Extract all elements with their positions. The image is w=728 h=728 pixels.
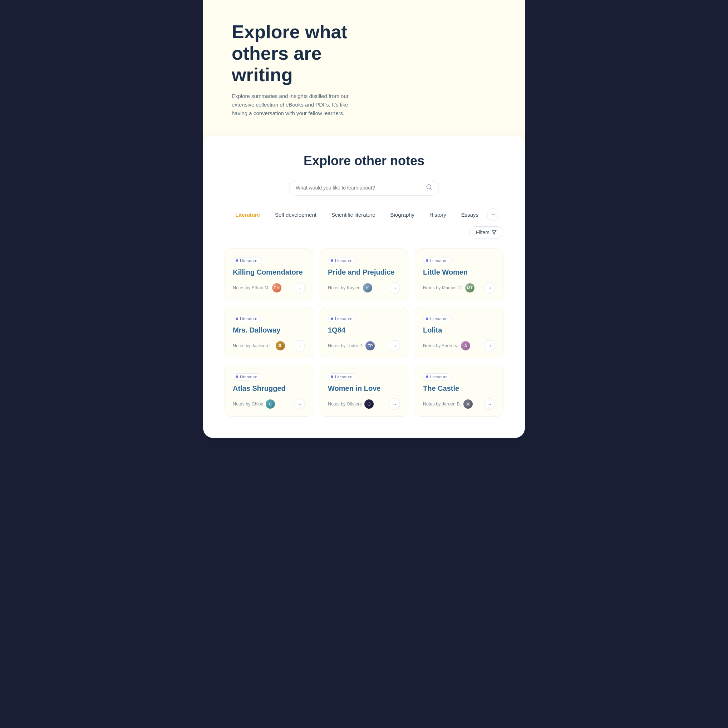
card-item: Literature Killing Comendatore Notes by …: [225, 248, 313, 300]
card-footer: Notes by Andreea A →: [423, 340, 495, 352]
tab-self-development[interactable]: Self development: [269, 209, 323, 220]
card-arrow[interactable]: →: [388, 340, 400, 352]
card-item: Literature The Castle Notes by Jeroen B.…: [415, 365, 503, 416]
avatar: O: [364, 399, 374, 409]
card-title: Lolita: [423, 326, 495, 334]
card-title: Little Women: [423, 268, 495, 277]
tabs-next-arrow[interactable]: →: [487, 208, 499, 220]
card-title: Pride and Prejudice: [328, 268, 400, 277]
category-dot: [331, 259, 333, 262]
card-footer: Notes by Marcus TJ MT →: [423, 282, 495, 294]
card-title: Killing Comendatore: [233, 268, 305, 277]
filter-tabs: Literature Self development Scientific l…: [225, 208, 503, 220]
card-category: Literature: [328, 315, 356, 322]
main-card: Explore other notes Literature Self deve…: [203, 136, 525, 438]
tab-literature[interactable]: Literature: [229, 209, 266, 220]
card-author: Notes by Tudor P. TP: [328, 341, 375, 350]
avatar: MT: [465, 283, 474, 292]
card-footer: Notes by Ethan M. EM →: [233, 282, 305, 294]
card-footer: Notes by Chloe C →: [233, 398, 305, 410]
category-dot: [236, 318, 238, 320]
search-icon: [426, 184, 432, 192]
avatar: A: [461, 341, 470, 350]
filters-label: Filters: [476, 229, 489, 235]
category-dot: [236, 375, 238, 378]
tab-history[interactable]: History: [423, 209, 453, 220]
card-item: Literature Pride and Prejudice Notes by …: [320, 248, 408, 300]
cards-grid: Literature Killing Comendatore Notes by …: [225, 248, 503, 416]
card-arrow[interactable]: →: [294, 282, 305, 294]
filters-row: Filters: [225, 226, 503, 239]
card-category: Literature: [233, 315, 262, 322]
card-title: Women in Love: [328, 384, 400, 393]
card-footer: Notes by Jackson L. JL →: [233, 340, 305, 352]
category-dot: [331, 375, 333, 378]
card-category: Literature: [423, 257, 451, 264]
card-author: Notes by Chloe C: [233, 399, 275, 409]
filter-icon: [492, 230, 497, 235]
card-item: Literature 1Q84 Notes by Tudor P. TP →: [320, 307, 408, 359]
card-title: The Castle: [423, 384, 495, 393]
card-category: Literature: [233, 373, 262, 381]
card-author: Notes by Ethan M. EM: [233, 283, 281, 292]
card-title: 1Q84: [328, 326, 400, 334]
filters-button[interactable]: Filters: [469, 226, 503, 239]
card-footer: Notes by Oliviere O →: [328, 398, 400, 410]
search-bar: [289, 180, 439, 196]
card-arrow[interactable]: →: [294, 398, 305, 410]
card-category: Literature: [423, 373, 451, 381]
avatar: JL: [276, 341, 285, 350]
svg-line-1: [430, 188, 431, 190]
section-title: Explore other notes: [225, 153, 503, 168]
card-title: Mrs. Dalloway: [233, 326, 305, 334]
card-item: Literature Little Women Notes by Marcus …: [415, 248, 503, 300]
card-arrow[interactable]: →: [388, 282, 400, 294]
avatar: JB: [463, 399, 473, 409]
hero-subtitle: Explore summaries and insights distilled…: [232, 92, 361, 118]
tab-essays[interactable]: Essays: [455, 209, 485, 220]
avatar: C: [266, 399, 275, 409]
card-arrow[interactable]: →: [484, 282, 495, 294]
card-arrow[interactable]: →: [388, 398, 400, 410]
svg-marker-2: [492, 231, 496, 234]
card-arrow[interactable]: →: [484, 340, 495, 352]
hero-section: Explore what others are writing Explore …: [203, 0, 525, 146]
tab-biography[interactable]: Biography: [384, 209, 421, 220]
card-author: Notes by Jackson L. JL: [233, 341, 285, 350]
card-arrow[interactable]: →: [294, 340, 305, 352]
hero-title: Explore what others are writing: [232, 21, 382, 86]
card-footer: Notes by Tudor P. TP →: [328, 340, 400, 352]
card-item: Literature Atlas Shrugged Notes by Chloe…: [225, 365, 313, 416]
tab-scientific-literature[interactable]: Scientific literature: [325, 209, 382, 220]
card-arrow[interactable]: →: [484, 398, 495, 410]
avatar: K: [363, 283, 372, 292]
card-category: Literature: [423, 315, 451, 322]
card-item: Literature Lolita Notes by Andreea A →: [415, 307, 503, 359]
avatar: EM: [272, 283, 281, 292]
category-dot: [426, 318, 428, 320]
card-category: Literature: [328, 257, 356, 264]
card-author: Notes by Andreea A: [423, 341, 470, 350]
search-input[interactable]: [296, 185, 422, 191]
card-footer: Notes by Jeroen B. JB →: [423, 398, 495, 410]
category-dot: [331, 318, 333, 320]
card-category: Literature: [328, 373, 356, 381]
card-author: Notes by Kaylee K: [328, 283, 372, 292]
card-author: Notes by Oliviere O: [328, 399, 374, 409]
card-category: Literature: [233, 257, 262, 264]
card-item: Literature Women in Love Notes by Olivie…: [320, 365, 408, 416]
card-author: Notes by Jeroen B. JB: [423, 399, 473, 409]
outer-container: Explore what others are writing Explore …: [203, 0, 525, 438]
category-dot: [426, 259, 428, 262]
card-author: Notes by Marcus TJ MT: [423, 283, 474, 292]
card-footer: Notes by Kaylee K →: [328, 282, 400, 294]
category-dot: [236, 259, 238, 262]
card-title: Atlas Shrugged: [233, 384, 305, 393]
card-item: Literature Mrs. Dalloway Notes by Jackso…: [225, 307, 313, 359]
avatar: TP: [366, 341, 375, 350]
category-dot: [426, 375, 428, 378]
